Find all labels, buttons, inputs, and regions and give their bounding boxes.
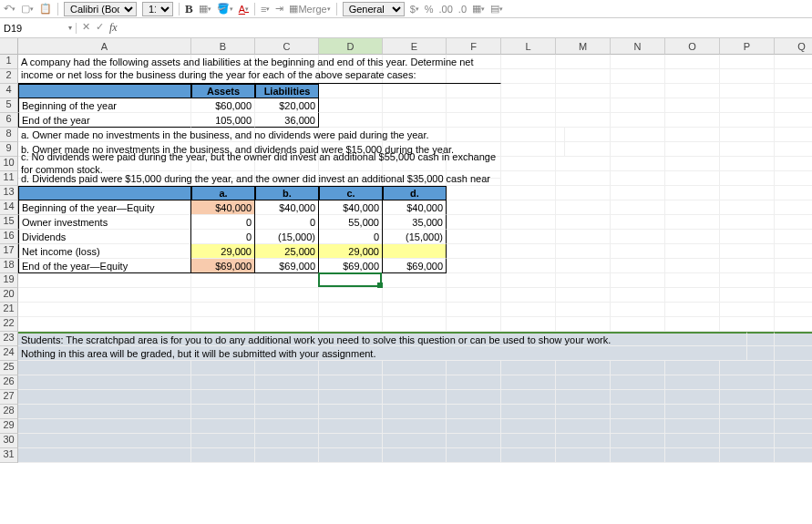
cell[interactable] (665, 405, 720, 419)
cell[interactable] (665, 69, 720, 84)
assets-header[interactable]: Assets (191, 84, 255, 98)
insert-icon[interactable]: ▤▾ (490, 3, 503, 15)
cell[interactable] (556, 171, 611, 186)
cell[interactable] (191, 303, 255, 317)
cell[interactable] (556, 244, 611, 259)
number-format-select[interactable]: General (343, 2, 405, 16)
cell[interactable] (611, 317, 665, 332)
cell[interactable] (18, 434, 191, 448)
row-label[interactable]: Net income (loss) (18, 244, 191, 259)
cell[interactable] (775, 171, 812, 186)
cell[interactable] (255, 375, 319, 390)
cell[interactable] (501, 419, 556, 434)
cell[interactable] (611, 448, 665, 463)
cell[interactable] (383, 405, 447, 419)
cell[interactable] (611, 142, 665, 157)
cell[interactable] (611, 200, 665, 215)
cell[interactable] (720, 259, 775, 273)
cell[interactable] (18, 361, 191, 375)
fx-icon[interactable]: fx (109, 21, 118, 35)
val[interactable]: $69,000 (383, 259, 447, 273)
cell[interactable] (611, 390, 665, 405)
cell[interactable] (665, 288, 720, 303)
cell[interactable] (501, 434, 556, 448)
row-header[interactable]: 30 (0, 434, 18, 448)
col-c[interactable]: c. (319, 186, 383, 200)
cell[interactable] (191, 434, 255, 448)
cell[interactable] (775, 346, 812, 361)
cell[interactable] (447, 230, 501, 244)
column-header[interactable]: O (665, 38, 720, 55)
cell[interactable] (191, 390, 255, 405)
cell[interactable] (255, 390, 319, 405)
cell[interactable] (665, 186, 720, 200)
problem-text[interactable]: A company had the following assets and l… (18, 55, 501, 84)
row-header[interactable]: 19 (0, 273, 18, 288)
cell[interactable] (665, 113, 720, 128)
row-header[interactable]: 22 (0, 317, 18, 332)
row-header[interactable]: 20 (0, 288, 18, 303)
cell[interactable] (775, 361, 812, 375)
cell[interactable] (775, 434, 812, 448)
cell[interactable] (319, 84, 383, 98)
cell[interactable] (255, 273, 319, 288)
cell[interactable] (556, 55, 611, 69)
row-label[interactable]: End of the year—Equity (18, 259, 191, 273)
increase-decimal-icon[interactable]: .0 (458, 4, 467, 15)
cell[interactable] (775, 157, 812, 171)
cell[interactable] (556, 317, 611, 332)
cell[interactable] (665, 157, 720, 171)
row-label[interactable]: Beginning of the year—Equity (18, 200, 191, 215)
val[interactable]: $20,000 (255, 98, 319, 113)
cell[interactable] (18, 405, 191, 419)
cell[interactable] (383, 434, 447, 448)
cell[interactable] (191, 448, 255, 463)
cell[interactable] (501, 113, 556, 128)
cell[interactable] (611, 98, 665, 113)
cell[interactable] (501, 288, 556, 303)
cell[interactable] (611, 288, 665, 303)
cell[interactable] (255, 361, 319, 375)
cell[interactable] (720, 273, 775, 288)
row-header[interactable]: 1 (0, 55, 18, 69)
row-header[interactable]: 15 (0, 215, 18, 230)
border-icon[interactable]: ▦▾ (199, 3, 211, 15)
cell[interactable] (611, 303, 665, 317)
font-color-icon[interactable]: A▾ (239, 4, 249, 15)
cell[interactable] (775, 230, 812, 244)
cell[interactable] (720, 55, 775, 69)
cell[interactable] (611, 259, 665, 273)
cell[interactable] (255, 303, 319, 317)
cell[interactable] (255, 405, 319, 419)
cell[interactable] (447, 288, 501, 303)
cell[interactable] (611, 215, 665, 230)
cell[interactable] (720, 390, 775, 405)
cell[interactable] (611, 244, 665, 259)
row-header[interactable]: 2 (0, 69, 18, 84)
cell[interactable] (501, 448, 556, 463)
cell[interactable] (556, 230, 611, 244)
cell[interactable] (447, 434, 501, 448)
cell[interactable] (665, 84, 720, 98)
cell[interactable] (665, 375, 720, 390)
cell[interactable] (501, 317, 556, 332)
cell[interactable] (501, 259, 556, 273)
styles-icon[interactable]: ▦▾ (472, 3, 485, 15)
column-header[interactable]: L (501, 38, 556, 55)
val[interactable]: (15,000) (255, 230, 319, 244)
cell[interactable] (447, 273, 501, 288)
cell[interactable] (665, 55, 720, 69)
cell[interactable] (18, 288, 191, 303)
cell[interactable] (665, 230, 720, 244)
val[interactable]: 29,000 (191, 244, 255, 259)
liabilities-header[interactable]: Liabilities (255, 84, 319, 98)
column-header[interactable]: B (191, 38, 255, 55)
cell[interactable] (447, 113, 501, 128)
cell[interactable] (191, 273, 255, 288)
name-box[interactable]: D19▾ (0, 23, 77, 34)
cell[interactable] (447, 390, 501, 405)
row-header[interactable]: 28 (0, 405, 18, 419)
column-header[interactable]: C (255, 38, 319, 55)
currency-icon[interactable]: $▾ (410, 4, 419, 15)
cancel-icon[interactable]: ✕ (82, 21, 90, 35)
